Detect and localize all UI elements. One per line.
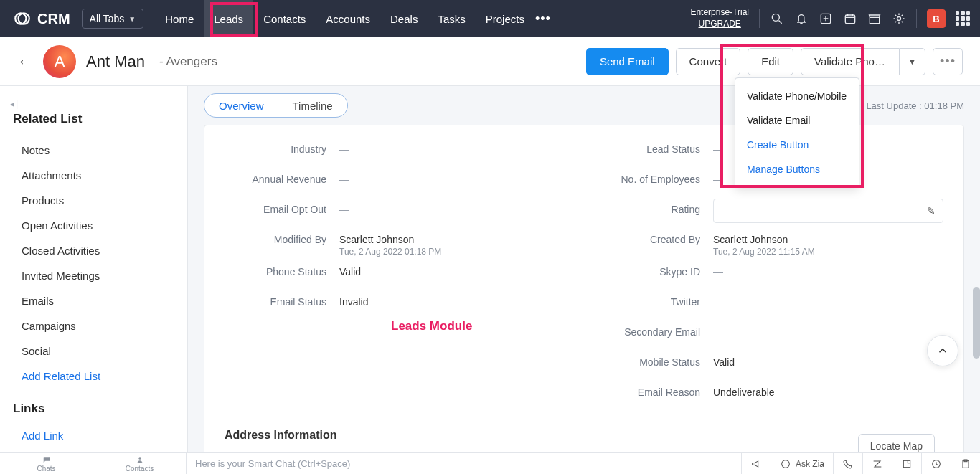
chevron-up-icon	[936, 344, 949, 357]
brand-logo[interactable]: CRM	[13, 9, 70, 28]
apps-launcher-icon[interactable]	[956, 11, 970, 26]
search-icon[interactable]	[770, 11, 784, 26]
field-value: Valid	[713, 351, 943, 368]
field-value: Invalid	[339, 291, 570, 308]
all-tabs-dropdown[interactable]: All Tabs ▼	[82, 9, 144, 29]
field-value: Scarlett JohnsonTue, 2 Aug 2022 11:15 AM	[713, 229, 943, 257]
sidebar-item-open-activities[interactable]: Open Activities	[10, 213, 187, 238]
calendar-icon[interactable]	[843, 11, 857, 26]
field-row: Secondary Email—	[598, 321, 943, 347]
edit-button[interactable]: Edit	[748, 48, 793, 75]
sidebar-item-emails[interactable]: Emails	[10, 288, 187, 313]
field-row	[225, 381, 570, 407]
dropdown-validate-phone[interactable]: Validate Phone/Mobile	[735, 84, 859, 108]
nav-tasks[interactable]: Tasks	[428, 0, 475, 37]
field-label: Secondary Email	[598, 321, 713, 338]
footer-left: Chats Contacts	[0, 453, 187, 474]
sidebar-item-notes[interactable]: Notes	[10, 138, 187, 163]
address-section-header: Address Information	[225, 429, 943, 442]
convert-button[interactable]: Convert	[676, 48, 741, 75]
add-icon[interactable]	[819, 11, 833, 26]
scroll-to-top-button[interactable]	[927, 335, 958, 366]
add-link[interactable]: Add Link	[10, 423, 187, 448]
sidebar-item-attachments[interactable]: Attachments	[10, 163, 187, 188]
rating-select[interactable]: —✎	[713, 199, 943, 223]
field-row: Skype ID—	[598, 261, 943, 287]
dropdown-manage-buttons[interactable]: Manage Buttons	[735, 157, 859, 181]
user-avatar[interactable]: B	[927, 9, 946, 28]
links-list: Add Link	[10, 423, 187, 448]
field-label: Created By	[598, 229, 713, 245]
field-row: Industry—	[225, 138, 570, 164]
gear-icon[interactable]	[892, 11, 906, 26]
sidebar-item-invited-meetings[interactable]: Invited Meetings	[10, 263, 187, 288]
divider	[916, 9, 917, 28]
sidebar-item-campaigns[interactable]: Campaigns	[10, 313, 187, 338]
record-avatar: A	[43, 45, 76, 78]
tab-timeline[interactable]: Timeline	[278, 94, 347, 117]
nav-accounts[interactable]: Accounts	[316, 0, 380, 37]
footer-history-icon[interactable]	[921, 453, 951, 474]
sidebar-item-products[interactable]: Products	[10, 188, 187, 213]
last-update: Last Update : 01:18 PM	[866, 100, 964, 111]
footer-contacts-tab[interactable]: Contacts	[93, 453, 187, 474]
field-label: Email Opt Out	[225, 199, 339, 215]
footer-announcement-icon[interactable]	[742, 453, 771, 474]
dropdown-create-button[interactable]: Create Button	[735, 133, 859, 157]
field-label: Twitter	[598, 291, 713, 308]
field-value: —	[339, 169, 570, 185]
bell-icon[interactable]	[794, 11, 809, 26]
nav-contacts[interactable]: Contacts	[253, 0, 316, 37]
pill-tabs: Overview Timeline	[204, 93, 348, 118]
field-value: Valid	[339, 261, 570, 278]
nav-home[interactable]: Home	[155, 0, 204, 37]
footer-ask-zia[interactable]: Ask Zia	[771, 453, 833, 474]
locate-map-button[interactable]: Locate Map	[858, 434, 935, 452]
sidebar-item-closed-activities[interactable]: Closed Activities	[10, 238, 187, 263]
field-value: Scarlett JohnsonTue, 2 Aug 2022 01:18 PM	[339, 229, 570, 257]
top-navbar: CRM All Tabs ▼ Home Leads Contacts Accou…	[0, 0, 980, 37]
record-actions: Send Email Convert Edit Validate Phon… ▼…	[586, 48, 963, 75]
upgrade-link[interactable]: UPGRADE	[690, 19, 749, 30]
tabs-row: Overview Timeline Last Update : 01:18 PM	[188, 86, 980, 125]
footer-clipboard-icon[interactable]	[951, 453, 980, 474]
sidebar-item-social[interactable]: Social	[10, 338, 187, 364]
scrollbar-thumb[interactable]	[973, 287, 980, 359]
dropdown-validate-email[interactable]: Validate Email	[735, 108, 859, 133]
back-arrow-icon[interactable]: ←	[17, 52, 33, 71]
nav-more-icon[interactable]: •••	[534, 11, 552, 27]
field-row: Email ReasonUndeliverable	[598, 381, 943, 407]
field-value: —	[339, 199, 570, 215]
field-row: Modified ByScarlett JohnsonTue, 2 Aug 20…	[225, 229, 570, 257]
nav-leads[interactable]: Leads	[204, 0, 253, 37]
field-row: Created ByScarlett JohnsonTue, 2 Aug 202…	[598, 229, 943, 257]
footer-zia-icon[interactable]	[862, 453, 892, 474]
last-update-value: 01:18 PM	[924, 100, 964, 111]
footer-chats-tab[interactable]: Chats	[0, 453, 93, 474]
nav-projects[interactable]: Projects	[476, 0, 534, 37]
svg-point-0	[772, 14, 779, 21]
footer-phone-icon[interactable]	[833, 453, 862, 474]
svg-point-4	[138, 457, 141, 459]
footer-sticky-icon[interactable]	[892, 453, 921, 474]
field-value: —	[713, 261, 943, 278]
validate-button[interactable]: Validate Phon…	[801, 48, 900, 75]
more-actions-button[interactable]: •••	[933, 48, 963, 75]
nav-items: Home Leads Contacts Accounts Deals Tasks…	[155, 0, 552, 37]
smart-chat-input[interactable]: Here is your Smart Chat (Ctrl+Space)	[187, 458, 741, 469]
add-related-list-link[interactable]: Add Related List	[10, 364, 187, 389]
tab-overview[interactable]: Overview	[204, 94, 278, 117]
crm-logo-icon	[13, 9, 32, 28]
store-icon[interactable]	[867, 11, 882, 26]
validate-dropdown-caret[interactable]: ▼	[900, 48, 925, 75]
ask-zia-label: Ask Zia	[796, 459, 824, 469]
nav-deals[interactable]: Deals	[380, 0, 428, 37]
last-update-label: Last Update :	[866, 100, 924, 111]
annotation-leads-module: Leads Module	[391, 319, 472, 333]
related-list-sidebar: ◂| Related List Notes Attachments Produc…	[0, 86, 188, 452]
field-label: Email Reason	[598, 381, 713, 398]
collapse-handle-icon[interactable]: ◂|	[10, 99, 187, 109]
validate-split-button: Validate Phon… ▼	[801, 48, 925, 75]
contact-icon	[135, 455, 145, 464]
send-email-button[interactable]: Send Email	[586, 48, 669, 75]
